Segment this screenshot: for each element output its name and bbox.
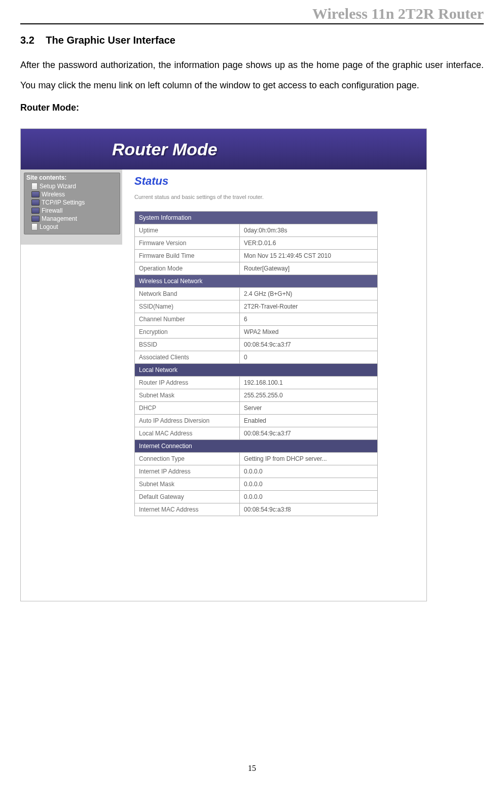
table-section-header: Local Network <box>135 364 378 377</box>
table-row: EncryptionWPA2 Mixed <box>135 326 378 339</box>
table-section-header: Wireless Local Network <box>135 275 378 288</box>
table-key: DHCP <box>135 402 240 415</box>
sidebar-item-tcp-ip-settings[interactable]: TCP/IP Settings <box>26 198 118 207</box>
table-key: Router IP Address <box>135 377 240 389</box>
table-key: SSID(Name) <box>135 300 240 313</box>
sidebar-item-logout[interactable]: Logout <box>26 223 118 231</box>
table-key: Internet MAC Address <box>135 503 240 516</box>
table-value: 00:08:54:9c:a3:f7 <box>240 427 378 440</box>
table-key: Firmware Build Time <box>135 250 240 262</box>
table-value: 255.255.255.0 <box>240 389 378 402</box>
table-value: Getting IP from DHCP server... <box>240 453 378 465</box>
content-pane: Status Current status and basic settings… <box>122 170 426 536</box>
table-value: 0.0.0.0 <box>240 491 378 503</box>
table-key: Encryption <box>135 326 240 339</box>
table-value: 2.4 GHz (B+G+N) <box>240 288 378 300</box>
table-key: Auto IP Address Diversion <box>135 415 240 427</box>
table-row: DHCPServer <box>135 402 378 415</box>
sidebar-item-label: Wireless <box>42 191 65 198</box>
table-section-header: Internet Connection <box>135 440 378 453</box>
table-key: Uptime <box>135 224 240 237</box>
body-paragraph: After the password authorization, the in… <box>20 55 484 95</box>
status-table: System InformationUptime0day:0h:0m:38sFi… <box>134 211 378 516</box>
table-value: Mon Nov 15 21:49:45 CST 2010 <box>240 250 378 262</box>
table-key: Subnet Mask <box>135 478 240 491</box>
sidebar-item-setup-wizard[interactable]: Setup Wizard <box>26 182 118 190</box>
sidebar-item-label: Setup Wizard <box>40 183 76 190</box>
table-key: Subnet Mask <box>135 389 240 402</box>
page-header: Wireless 11n 2T2R Router <box>20 5 484 24</box>
table-key: Associated Clients <box>135 351 240 364</box>
table-value: 192.168.100.1 <box>240 377 378 389</box>
sidebar-item-firewall[interactable]: Firewall <box>26 207 118 215</box>
page-icon <box>31 183 38 190</box>
sidebar-item-wireless[interactable]: Wireless <box>26 190 118 198</box>
table-key: Firmware Version <box>135 237 240 250</box>
folder-icon <box>31 216 40 222</box>
folder-icon <box>31 191 40 197</box>
table-key: Operation Mode <box>135 262 240 275</box>
table-value: 00:08:54:9c:a3:f8 <box>240 503 378 516</box>
table-key: Internet IP Address <box>135 465 240 478</box>
table-row: Operation ModeRouter[Gateway] <box>135 262 378 275</box>
table-row: Channel Number6 <box>135 313 378 326</box>
table-value: VER:D.01.6 <box>240 237 378 250</box>
table-row: SSID(Name)2T2R-Travel-Router <box>135 300 378 313</box>
router-screenshot: Router Mode Site contents: Setup WizardW… <box>20 128 427 601</box>
table-key: Connection Type <box>135 453 240 465</box>
table-value: Server <box>240 402 378 415</box>
subheading: Router Mode: <box>20 103 484 113</box>
table-row: Associated Clients0 <box>135 351 378 364</box>
table-value: 0day:0h:0m:38s <box>240 224 378 237</box>
table-row: Uptime0day:0h:0m:38s <box>135 224 378 237</box>
table-row: Local MAC Address00:08:54:9c:a3:f7 <box>135 427 378 440</box>
table-key: Local MAC Address <box>135 427 240 440</box>
table-row: Firmware VersionVER:D.01.6 <box>135 237 378 250</box>
sidebar-item-label: Logout <box>40 223 58 230</box>
table-row: Internet IP Address0.0.0.0 <box>135 465 378 478</box>
status-subtitle: Current status and basic settings of the… <box>134 194 419 200</box>
section-title: The Graphic User Interface <box>46 35 175 46</box>
table-row: Router IP Address192.168.100.1 <box>135 377 378 389</box>
table-value: Router[Gateway] <box>240 262 378 275</box>
sidebar-item-management[interactable]: Management <box>26 215 118 223</box>
section-heading: 3.2 The Graphic User Interface <box>20 35 484 46</box>
table-key: Channel Number <box>135 313 240 326</box>
folder-icon <box>31 199 40 206</box>
table-row: Subnet Mask0.0.0.0 <box>135 478 378 491</box>
table-row: Connection TypeGetting IP from DHCP serv… <box>135 453 378 465</box>
sidebar-item-label: Firewall <box>42 207 62 214</box>
table-key: Default Gateway <box>135 491 240 503</box>
table-row: Firmware Build TimeMon Nov 15 21:49:45 C… <box>135 250 378 262</box>
table-value: 6 <box>240 313 378 326</box>
table-value: 0 <box>240 351 378 364</box>
table-key: Network Band <box>135 288 240 300</box>
table-value: 00:08:54:9c:a3:f7 <box>240 339 378 351</box>
sidebar-item-label: Management <box>42 215 77 222</box>
table-row: Auto IP Address DiversionEnabled <box>135 415 378 427</box>
table-row: BSSID00:08:54:9c:a3:f7 <box>135 339 378 351</box>
table-row: Internet MAC Address00:08:54:9c:a3:f8 <box>135 503 378 516</box>
table-value: 2T2R-Travel-Router <box>240 300 378 313</box>
table-key: BSSID <box>135 339 240 351</box>
sidebar: Site contents: Setup WizardWirelessTCP/I… <box>21 170 122 245</box>
sidebar-title: Site contents: <box>26 174 118 181</box>
table-row: Network Band2.4 GHz (B+G+N) <box>135 288 378 300</box>
status-title: Status <box>134 175 419 188</box>
table-row: Default Gateway0.0.0.0 <box>135 491 378 503</box>
section-number: 3.2 <box>20 35 34 46</box>
sidebar-item-label: TCP/IP Settings <box>42 199 85 206</box>
table-value: 0.0.0.0 <box>240 478 378 491</box>
table-value: WPA2 Mixed <box>240 326 378 339</box>
banner-title: Router Mode <box>112 140 218 159</box>
page-number: 15 <box>20 764 484 773</box>
table-row: Subnet Mask255.255.255.0 <box>135 389 378 402</box>
table-value: Enabled <box>240 415 378 427</box>
table-value: 0.0.0.0 <box>240 465 378 478</box>
screenshot-banner: Router Mode <box>21 129 426 170</box>
folder-icon <box>31 208 40 214</box>
table-section-header: System Information <box>135 212 378 224</box>
page-icon <box>31 223 38 230</box>
